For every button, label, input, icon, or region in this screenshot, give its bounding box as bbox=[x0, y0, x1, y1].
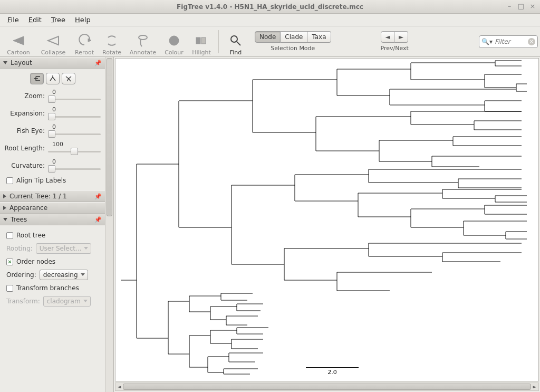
expansion-slider[interactable] bbox=[48, 113, 101, 120]
root-tree-checkbox[interactable] bbox=[6, 232, 13, 239]
find-icon bbox=[228, 33, 244, 48]
order-nodes-checkbox[interactable] bbox=[6, 259, 13, 265]
menu-help[interactable]: Help bbox=[71, 14, 95, 25]
scale-label: 2.0 bbox=[306, 369, 359, 376]
disclosure-right-icon bbox=[3, 194, 6, 198]
disclosure-right-icon bbox=[3, 206, 6, 210]
rootlength-slider[interactable] bbox=[48, 148, 101, 155]
selmode-taxa[interactable]: Taxa bbox=[307, 31, 331, 43]
collapse-button[interactable]: Collapse bbox=[37, 27, 70, 56]
maximize-button[interactable]: □ bbox=[517, 2, 525, 11]
rootlength-label: Root Length: bbox=[4, 145, 45, 152]
align-tips-label: Align Tip Labels bbox=[16, 177, 66, 184]
menu-file[interactable]: File bbox=[3, 14, 23, 25]
transform-branches-label: Transform branches bbox=[16, 284, 79, 292]
window-title: FigTree v1.4.0 - H5N1_HA_skyride_ucld_di… bbox=[177, 3, 363, 11]
canvas-hscrollbar[interactable]: ◄► bbox=[115, 383, 539, 391]
ordering-label: Ordering: bbox=[6, 271, 36, 279]
disclosure-down-icon bbox=[3, 218, 7, 221]
layout-polar[interactable] bbox=[46, 73, 60, 84]
selection-mode-label: Selection Mode bbox=[271, 45, 315, 52]
selmode-clade[interactable]: Clade bbox=[281, 31, 307, 43]
disclosure-down-icon bbox=[3, 61, 7, 64]
rotate-button[interactable]: Rotate bbox=[99, 27, 124, 56]
layout-radial[interactable] bbox=[62, 73, 75, 84]
fisheye-label: Fish Eye: bbox=[4, 127, 45, 135]
expansion-label: Expansion: bbox=[4, 110, 45, 117]
collapse-icon bbox=[45, 33, 61, 48]
next-button[interactable]: ► bbox=[394, 31, 408, 43]
fisheye-slider[interactable] bbox=[48, 130, 101, 138]
panel-appearance-header[interactable]: Appearance bbox=[0, 202, 105, 214]
panel-appearance-title: Appearance bbox=[9, 204, 47, 212]
panel-trees-title: Trees bbox=[11, 216, 27, 223]
menu-tree[interactable]: Tree bbox=[47, 14, 70, 25]
panel-trees-header[interactable]: Trees 📌 bbox=[0, 214, 105, 225]
prev-button[interactable]: ◄ bbox=[381, 31, 394, 43]
svg-rect-5 bbox=[196, 37, 200, 44]
hilight-icon bbox=[194, 33, 209, 48]
transform-branches-checkbox[interactable] bbox=[6, 285, 13, 292]
svg-line-8 bbox=[237, 42, 240, 45]
panel-layout-title: Layout bbox=[11, 59, 32, 66]
reroot-button[interactable]: Reroot bbox=[72, 27, 97, 56]
transform-select: cladogram bbox=[43, 296, 91, 307]
svg-rect-6 bbox=[201, 37, 206, 44]
root-tree-label: Root tree bbox=[16, 232, 45, 239]
curvature-value: 0 bbox=[52, 158, 56, 165]
curvature-slider[interactable] bbox=[48, 165, 101, 173]
layout-rectangular[interactable] bbox=[30, 73, 44, 84]
phylogenetic-tree bbox=[115, 59, 537, 375]
pin-icon[interactable]: 📌 bbox=[94, 216, 102, 223]
scale-bar: 2.0 bbox=[306, 367, 359, 376]
close-button[interactable]: × bbox=[528, 2, 537, 11]
svg-point-3 bbox=[139, 35, 147, 40]
sidebar-scrollbar[interactable] bbox=[105, 57, 113, 392]
annotate-button[interactable]: Annotate bbox=[127, 27, 159, 56]
panel-layout-body: Zoom:0 Expansion:0 Fish Eye:0 Root Lengt… bbox=[0, 69, 105, 190]
ordering-select[interactable]: decreasing bbox=[40, 270, 88, 280]
prevnext-group: ◄ ► Prev/Next bbox=[381, 31, 409, 52]
cartoon-button[interactable]: Cartoon bbox=[2, 27, 35, 56]
filter-box[interactable]: 🔍▾ × bbox=[479, 35, 538, 48]
transform-label: Transform: bbox=[6, 298, 40, 305]
filter-input[interactable] bbox=[493, 38, 524, 45]
tree-canvas[interactable]: 2.0 bbox=[115, 58, 539, 381]
colour-button[interactable]: Colour bbox=[161, 27, 187, 56]
menubar: File Edit Tree Help bbox=[0, 14, 540, 26]
selection-mode-group: Node Clade Taxa Selection Mode bbox=[255, 31, 331, 52]
zoom-slider[interactable] bbox=[48, 95, 101, 103]
svg-marker-0 bbox=[13, 36, 24, 45]
cartoon-icon bbox=[11, 33, 26, 48]
panel-trees-body: Root tree Rooting:User Select... Order n… bbox=[0, 225, 105, 313]
prevnext-label: Prev/Next bbox=[381, 45, 409, 52]
panel-current-tree-header[interactable]: Current Tree: 1 / 1 📌 bbox=[0, 190, 105, 202]
selmode-node[interactable]: Node bbox=[255, 31, 281, 43]
zoom-label: Zoom: bbox=[4, 92, 45, 100]
pin-icon[interactable]: 📌 bbox=[94, 193, 102, 200]
colour-icon bbox=[166, 33, 182, 48]
side-panel: Layout 📌 Zoom:0 Expansion:0 Fish Eye:0 R… bbox=[0, 57, 114, 392]
zoom-value: 0 bbox=[52, 89, 56, 95]
menu-edit[interactable]: Edit bbox=[24, 14, 46, 25]
reroot-icon bbox=[76, 33, 92, 48]
minimize-button[interactable]: – bbox=[505, 2, 514, 11]
fisheye-value: 0 bbox=[52, 123, 56, 130]
clear-filter-icon[interactable]: × bbox=[528, 38, 535, 45]
annotate-icon bbox=[135, 33, 151, 48]
pin-icon[interactable]: 📌 bbox=[94, 60, 102, 66]
svg-point-7 bbox=[231, 36, 237, 42]
titlebar: FigTree v1.4.0 - H5N1_HA_skyride_ucld_di… bbox=[0, 0, 540, 14]
rootlength-value: 100 bbox=[52, 141, 63, 148]
hilight-button[interactable]: Hilight bbox=[189, 27, 214, 56]
curvature-label: Curvature: bbox=[4, 162, 45, 169]
svg-marker-1 bbox=[48, 36, 59, 45]
rotate-icon bbox=[104, 33, 120, 48]
panel-layout-header[interactable]: Layout 📌 bbox=[0, 57, 105, 69]
find-button[interactable]: Find bbox=[223, 27, 248, 56]
rooting-select: User Select... bbox=[36, 243, 92, 254]
search-icon[interactable]: 🔍▾ bbox=[481, 38, 493, 45]
align-tips-checkbox[interactable] bbox=[6, 177, 13, 184]
expansion-value: 0 bbox=[52, 106, 56, 113]
rooting-label: Rooting: bbox=[6, 245, 33, 252]
